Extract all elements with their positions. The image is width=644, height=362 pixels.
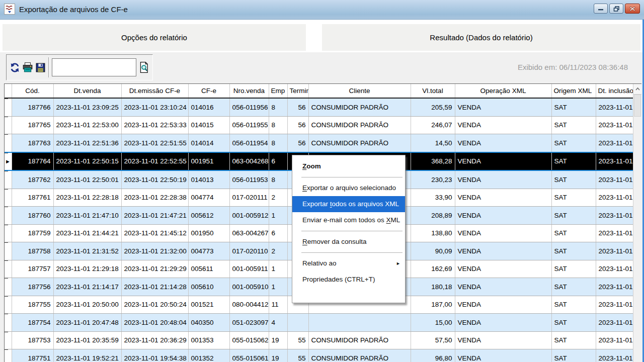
cell-nro_venda[interactable]: 080-004412 — [229, 296, 269, 314]
cell-dt_emissao[interactable]: 2023-11-01 19:54:38 — [121, 349, 188, 362]
cell-dt_emissao[interactable]: 2023-11-01 22:50:19 — [121, 170, 188, 189]
cell-dt_emissao[interactable]: 2023-11-01 20:36:29 — [121, 331, 188, 349]
cell-nro_venda[interactable]: 056-011955 — [229, 116, 269, 134]
cell-cod[interactable]: 187751 — [12, 349, 53, 362]
cell-nro_venda[interactable]: 001-005910 — [229, 278, 269, 296]
column-header-vl_total[interactable]: Vl.total — [411, 84, 455, 98]
cell-operacao_xml[interactable]: VENDA — [455, 331, 551, 349]
cell-operacao_xml[interactable]: VENDA — [455, 170, 551, 189]
cell-cliente[interactable]: CONSUMIDOR PADRÃO — [308, 134, 411, 152]
cell-origem_xml[interactable]: SAT — [551, 314, 596, 332]
cell-nro_venda[interactable]: 055-015062 — [229, 331, 269, 349]
cell-dt_inclusao[interactable]: 2023-11-01 — [596, 349, 633, 362]
cell-dt_venda[interactable]: 2023-11-01 23:09:25 — [53, 98, 121, 116]
cell-cod[interactable]: 187760 — [12, 207, 53, 225]
cell-nro_venda[interactable]: 051-023097 — [229, 314, 269, 332]
save-button[interactable] — [34, 56, 47, 79]
cell-dt_inclusao[interactable]: 2023-11-01 — [596, 116, 633, 134]
cell-dt_venda[interactable]: 2023-11-01 20:47:48 — [53, 314, 121, 332]
cell-operacao_xml[interactable]: VENDA — [455, 152, 551, 171]
cell-operacao_xml[interactable]: VENDA — [455, 207, 551, 225]
cell-nro_venda[interactable]: 017-020111 — [229, 189, 269, 207]
cell-cod[interactable]: 187763 — [12, 134, 53, 152]
cell-cod[interactable]: 187755 — [12, 296, 53, 314]
cell-terminal[interactable]: 56 — [287, 98, 308, 116]
cell-dt_venda[interactable]: 2023-11-01 22:50:15 — [53, 152, 121, 171]
cell-terminal[interactable]: 56 — [287, 134, 308, 152]
cell-dt_inclusao[interactable]: 2023-11-01 — [596, 170, 633, 189]
column-header-origem_xml[interactable]: Origem XML — [551, 84, 596, 98]
row-gutter[interactable] — [5, 349, 12, 362]
cell-operacao_xml[interactable]: VENDA — [455, 278, 551, 296]
cell-dt_venda[interactable]: 2023-11-01 22:51:36 — [53, 134, 121, 152]
row-gutter[interactable] — [5, 207, 12, 225]
cell-nro_venda[interactable]: 063-004267 — [229, 224, 269, 242]
cell-dt_emissao[interactable]: 2023-11-01 21:14:28 — [121, 278, 188, 296]
cell-nro_venda[interactable]: 056-011953 — [229, 170, 269, 189]
row-gutter[interactable] — [5, 278, 12, 296]
row-gutter[interactable] — [5, 170, 12, 189]
cell-operacao_xml[interactable]: VENDA — [455, 296, 551, 314]
cell-emp[interactable]: 1 — [269, 278, 287, 296]
cell-cliente[interactable]: CONSUMIDOR PADRÃO — [308, 349, 411, 362]
cell-cfe[interactable]: 014016 — [188, 98, 229, 116]
cell-cfe[interactable]: 005610 — [188, 278, 229, 296]
cell-cfe[interactable]: 001352 — [188, 349, 229, 362]
cell-cfe[interactable]: 001950 — [188, 224, 229, 242]
cell-origem_xml[interactable]: SAT — [551, 152, 596, 171]
cell-dt_inclusao[interactable]: 2023-11-01 — [596, 314, 633, 332]
cell-origem_xml[interactable]: SAT — [551, 116, 596, 134]
scrollbar-thumb[interactable] — [634, 95, 641, 117]
cell-operacao_xml[interactable]: VENDA — [455, 260, 551, 278]
cell-cod[interactable]: 187757 — [12, 260, 53, 278]
cell-dt_inclusao[interactable]: 2023-11-01 — [596, 278, 633, 296]
cell-dt_venda[interactable]: 2023-11-01 19:52:21 — [53, 349, 121, 362]
cell-cfe[interactable]: 005611 — [188, 260, 229, 278]
cell-dt_venda[interactable]: 2023-11-01 20:50:00 — [53, 296, 121, 314]
refresh-button[interactable] — [9, 56, 21, 79]
cell-cliente[interactable]: CONSUMIDOR PADRÃO — [308, 98, 411, 116]
cell-cfe[interactable]: 001951 — [188, 152, 229, 171]
cell-dt_emissao[interactable]: 2023-11-01 22:52:55 — [121, 152, 188, 171]
cell-vl_total[interactable]: 368,28 — [411, 152, 455, 171]
cell-vl_total[interactable]: 205,59 — [411, 98, 455, 116]
cell-emp[interactable]: 2 — [269, 189, 287, 207]
cell-origem_xml[interactable]: SAT — [551, 224, 596, 242]
column-header-cod[interactable]: Cód. — [12, 84, 53, 98]
cell-emp[interactable]: 4 — [269, 314, 287, 332]
row-gutter[interactable] — [5, 116, 12, 134]
cell-dt_emissao[interactable]: 2023-11-01 22:28:38 — [121, 189, 188, 207]
menu-item-zoom[interactable]: Zoom — [292, 158, 405, 174]
cell-vl_total[interactable]: 90,09 — [411, 242, 455, 260]
cell-vl_total[interactable]: 246,07 — [411, 116, 455, 134]
cell-terminal[interactable]: 55 — [287, 331, 308, 349]
cell-operacao_xml[interactable]: VENDA — [455, 349, 551, 362]
row-gutter[interactable] — [5, 134, 12, 152]
row-gutter[interactable] — [5, 242, 12, 260]
cell-emp[interactable]: 6 — [269, 224, 287, 242]
cell-cod[interactable]: 187765 — [12, 116, 53, 134]
cell-dt_venda[interactable]: 2023-11-01 21:44:21 — [53, 224, 121, 242]
cell-cod[interactable]: 187753 — [12, 331, 53, 349]
cell-dt_venda[interactable]: 2023-11-01 20:35:59 — [53, 331, 121, 349]
menu-item-enviar-e-mail-com-todos-os-xml[interactable]: Enviar e-mail com todos os XML — [292, 212, 405, 228]
cell-dt_emissao[interactable]: 2023-11-01 20:48:04 — [121, 314, 188, 332]
cell-emp[interactable]: 8 — [269, 98, 287, 116]
cell-terminal[interactable]: 56 — [287, 116, 308, 134]
vertical-scrollbar[interactable] — [633, 84, 641, 362]
column-header-emp[interactable]: Emp — [269, 84, 287, 98]
cell-dt_venda[interactable]: 2023-11-01 21:29:18 — [53, 260, 121, 278]
cell-vl_total[interactable]: 138,80 — [411, 224, 455, 242]
cell-dt_venda[interactable]: 2023-11-01 22:28:18 — [53, 189, 121, 207]
cell-dt_emissao[interactable]: 2023-11-01 22:53:33 — [121, 116, 188, 134]
cell-dt_inclusao[interactable]: 2023-11-01 — [596, 207, 633, 225]
cell-vl_total[interactable]: 180,18 — [411, 278, 455, 296]
column-header-nro_venda[interactable]: Nro.venda — [229, 84, 269, 98]
cell-nro_venda[interactable]: 056-011956 — [229, 98, 269, 116]
cell-emp[interactable]: 1 — [269, 260, 287, 278]
cell-emp[interactable]: 8 — [269, 134, 287, 152]
row-gutter[interactable] — [5, 331, 12, 349]
cell-origem_xml[interactable]: SAT — [551, 296, 596, 314]
column-header-terminal[interactable]: Terminal — [287, 84, 308, 98]
cell-dt_inclusao[interactable]: 2023-11-01 — [596, 296, 633, 314]
